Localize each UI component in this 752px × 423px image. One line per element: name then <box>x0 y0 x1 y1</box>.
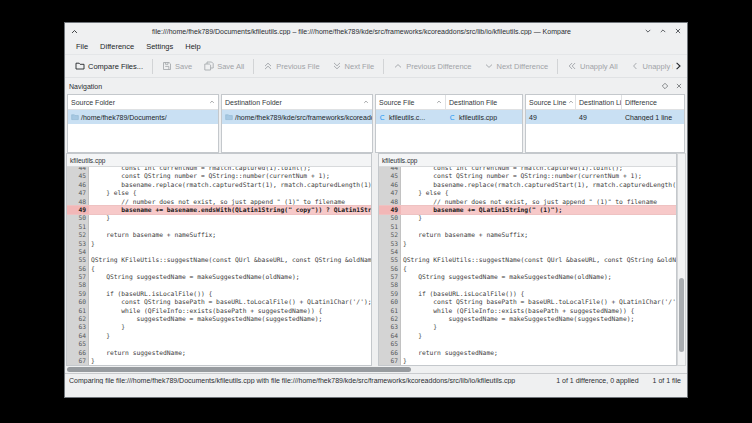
code-line: 48 // number does not exist, so just app… <box>379 198 676 206</box>
line-number: 56 <box>67 265 89 273</box>
code-line: 64 } <box>379 332 676 340</box>
line-number: 62 <box>379 315 401 323</box>
code-line: 51 <box>379 223 676 231</box>
horizontal-scrollbar-thumb[interactable] <box>67 367 411 372</box>
menu-file[interactable]: File <box>70 40 94 53</box>
code-text: } <box>89 214 371 222</box>
chevron-left-icon <box>630 61 640 71</box>
toolbar-button-save-all[interactable]: Save All <box>198 56 250 76</box>
files-row[interactable]: C kfileutils.c... C kfileutils.cpp <box>376 110 522 124</box>
code-line: 67} <box>67 357 371 365</box>
code-line: 58 <box>67 281 371 289</box>
menu-help[interactable]: Help <box>179 40 206 53</box>
code-line: 54 <box>379 248 676 256</box>
code-text: // number does not exist, so just append… <box>401 198 676 206</box>
toolbar-button-unapply-difference[interactable]: Unapply Difference <box>624 56 673 76</box>
line-number: 47 <box>379 189 401 197</box>
vertical-scrollbar[interactable] <box>677 153 686 366</box>
navigation-dock-header: Navigation <box>65 78 687 94</box>
code-line: 52 return basename + nameSuffix; <box>379 231 676 239</box>
horizontal-scrollbar[interactable] <box>66 366 686 373</box>
dock-close-icon[interactable] <box>675 82 683 90</box>
code-line: 53} <box>379 240 676 248</box>
files-panel: Source File Destination File C kfileutil… <box>375 94 523 153</box>
minimize-button[interactable] <box>644 27 652 35</box>
code-text: } else { <box>89 189 371 197</box>
line-number: 63 <box>67 323 89 331</box>
code-text <box>89 281 371 289</box>
column-label: Destination Line <box>579 99 622 106</box>
code-text: // number does not exist, so just append… <box>89 198 371 206</box>
dock-float-icon[interactable] <box>661 82 669 90</box>
lines-panel: Source Line Destination Line Difference … <box>525 94 685 153</box>
code-line: 59 if (baseURL.isLocalFile()) { <box>67 290 371 298</box>
line-number: 65 <box>379 340 401 348</box>
destination-folder-value: /home/fhek789/kde/src/frameworks/kcoread… <box>235 114 372 121</box>
source-folder-value: /home/fhek789/Documents/ <box>81 114 167 121</box>
changed-code-line[interactable]: 49 basename += basename.endsWith(QLatin1… <box>67 206 371 214</box>
sort-ascending-icon <box>209 99 215 105</box>
vertical-scrollbar-thumb[interactable] <box>679 278 684 352</box>
code-line: 58 <box>379 281 676 289</box>
source-folder-row[interactable]: /home/fhek789/Documents/ <box>68 110 218 124</box>
source-line-column-header[interactable]: Source Line <box>526 95 576 109</box>
right-code-area[interactable]: 44 const int currentNum = rmatch.capture… <box>379 167 676 365</box>
code-line: 67} <box>379 357 676 365</box>
line-number: 64 <box>379 332 401 340</box>
menu-settings[interactable]: Settings <box>140 40 179 53</box>
close-button[interactable] <box>674 27 682 35</box>
difference-row[interactable]: 49 49 Changed 1 line <box>526 110 684 124</box>
line-number: 64 <box>67 332 89 340</box>
code-text: QString KFileUtils::suggestName(const QU… <box>401 256 676 264</box>
toolbar-button-compare-files[interactable]: Compare Files... <box>69 56 149 76</box>
source-file-column-header[interactable]: Source File <box>376 95 446 109</box>
code-line: 66 return suggestedName; <box>379 349 676 357</box>
toolbar-separator <box>557 59 558 74</box>
destination-folder-row[interactable]: /home/fhek789/kde/src/frameworks/kcoread… <box>222 110 372 124</box>
kompare-window: file:///home/fhek789/Documents/kfileutil… <box>64 22 688 398</box>
destination-folder-column-header[interactable]: Destination Folder <box>222 95 372 109</box>
toolbar-overflow-button[interactable] <box>673 61 683 71</box>
toolbar-button-previous-difference[interactable]: Previous Difference <box>387 56 477 76</box>
code-line: 46 basename.replace(rmatch.capturedStart… <box>379 181 676 189</box>
code-text: return suggestedName; <box>89 349 371 357</box>
right-pane-file-label: kfileutils.cpp <box>379 154 676 167</box>
line-number: 60 <box>67 298 89 306</box>
code-text <box>89 248 371 256</box>
toolbar-button-label: Previous Difference <box>406 62 471 71</box>
destination-file-column-header[interactable]: Destination File <box>446 95 522 109</box>
line-number: 46 <box>379 181 401 189</box>
toolbar-button-label: Compare Files... <box>88 62 143 71</box>
status-file-count: 1 of 1 file <box>653 377 681 384</box>
toolbar-button-label: Save <box>175 62 192 71</box>
menu-difference[interactable]: Difference <box>94 40 140 53</box>
code-line: 47 } else { <box>379 189 676 197</box>
maximize-button[interactable] <box>659 27 667 35</box>
source-folder-column-header[interactable]: Source Folder <box>68 95 218 109</box>
column-label: Source Folder <box>71 99 115 106</box>
difference-column-header[interactable]: Difference <box>622 95 684 109</box>
code-line: 50 } <box>379 214 676 222</box>
code-text: basename.replace(rmatch.capturedStart(1)… <box>89 181 371 189</box>
code-text <box>401 248 676 256</box>
destination-folder-panel: Destination Folder /home/fhek789/kde/src… <box>221 94 373 153</box>
destination-line-column-header[interactable]: Destination Line <box>576 95 622 109</box>
code-text: } <box>89 323 371 331</box>
code-text: if (baseURL.isLocalFile()) { <box>89 290 371 298</box>
toolbar-button-next-file[interactable]: Next File <box>326 56 381 76</box>
code-line: 52 return basename + nameSuffix; <box>67 231 371 239</box>
toolbar-button-previous-file[interactable]: Previous File <box>257 56 325 76</box>
line-number: 62 <box>67 315 89 323</box>
code-text: if (baseURL.isLocalFile()) { <box>401 290 676 298</box>
cpp-file-icon: C <box>379 113 387 121</box>
sort-ascending-icon <box>363 99 369 105</box>
changed-code-line[interactable]: 49 basename += QLatin1String(" (1)"); <box>379 206 676 214</box>
toolbar-button-unapply-all[interactable]: Unapply All <box>561 56 624 76</box>
toolbar-button-next-difference[interactable]: Next Difference <box>478 56 555 76</box>
toolbar-button-label: Next File <box>345 62 375 71</box>
toolbar-button-save[interactable]: Save <box>156 56 198 76</box>
double-chevron-left-icon <box>567 61 577 71</box>
code-line: 53} <box>67 240 371 248</box>
left-code-area[interactable]: 44 const int currentNum = rmatch.capture… <box>67 167 371 365</box>
toolbar-button-label: Next Difference <box>497 62 549 71</box>
